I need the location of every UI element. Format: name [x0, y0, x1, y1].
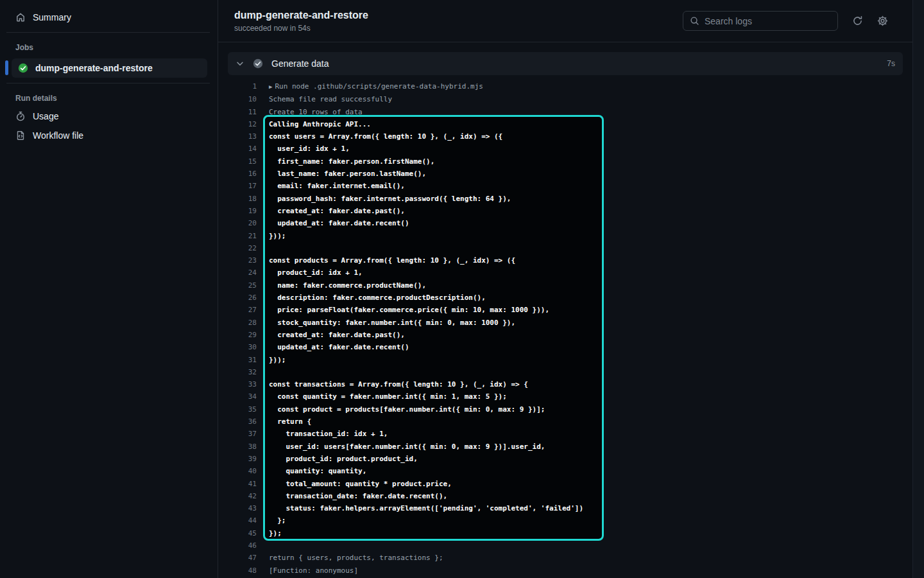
- log-line: 39 product_id: product.product_id,: [228, 453, 903, 465]
- log-line: 23const products = Array.from({ length: …: [228, 254, 903, 267]
- log-line: 12Calling Anthropic API...: [228, 118, 903, 130]
- log-line-number[interactable]: 25: [228, 279, 257, 292]
- log-line-text: last_name: faker.person.lastName(),: [257, 168, 426, 180]
- log-line-number[interactable]: 37: [228, 428, 257, 440]
- log-line: 16 last_name: faker.person.lastName(),: [228, 168, 903, 180]
- log-line-number[interactable]: 45: [228, 527, 257, 539]
- log-line: 37 transaction_id: idx + 1,: [228, 428, 903, 440]
- log-line-number[interactable]: 39: [228, 453, 257, 465]
- log-line-text: user_id: users[faker.number.int({ min: 0…: [257, 441, 545, 453]
- sidebar-item-summary[interactable]: Summary: [0, 8, 218, 27]
- log-line: 45});: [228, 527, 903, 539]
- log-body: 1▶Run node .github/scripts/generate-data…: [228, 75, 903, 578]
- log-line-number[interactable]: 28: [228, 317, 257, 329]
- log-line-number[interactable]: 31: [228, 354, 257, 366]
- home-icon: [15, 12, 26, 22]
- step-header-generate-data[interactable]: Generate data 7s: [228, 52, 903, 75]
- log-line-number[interactable]: 24: [228, 267, 257, 279]
- log-line-text: const quantity = faker.number.int({ min:…: [257, 390, 507, 403]
- chevron-down-icon[interactable]: [235, 59, 244, 68]
- log-line-text: transaction_date: faker.date.recent(),: [257, 490, 447, 502]
- settings-button[interactable]: [877, 15, 888, 26]
- log-line: 19 created_at: faker.date.past(),: [228, 205, 903, 217]
- log-line: 46: [228, 539, 903, 552]
- log-line-text: name: faker.commerce.productName(),: [257, 279, 426, 292]
- run-status-text: succeeded now in 54s: [234, 24, 368, 33]
- log-line: 29 created_at: faker.date.past(),: [228, 329, 903, 341]
- log-line: 21}));: [228, 230, 903, 242]
- log-lines: 1▶Run node .github/scripts/generate-data…: [228, 80, 903, 578]
- scrollbar-track[interactable]: [912, 0, 924, 578]
- sidebar-item-workflow-file[interactable]: Workflow file: [0, 126, 218, 145]
- log-line: 25 name: faker.commerce.productName(),: [228, 279, 903, 292]
- refresh-icon: [852, 15, 863, 26]
- log-line-number[interactable]: 22: [228, 242, 257, 254]
- sidebar: Summary Jobs dump-generate-and-restore R…: [0, 0, 218, 578]
- log-line-number[interactable]: 41: [228, 478, 257, 490]
- log-line: 11Create 10 rows of data: [228, 106, 903, 118]
- log-line-number[interactable]: 26: [228, 292, 257, 304]
- log-line-text: price: parseFloat(faker.commerce.price({…: [257, 304, 549, 316]
- log-line-number[interactable]: 19: [228, 205, 257, 217]
- log-line-number[interactable]: 36: [228, 416, 257, 428]
- log-line-text: [257, 366, 269, 378]
- log-line-number[interactable]: 40: [228, 465, 257, 477]
- log-line-number[interactable]: 17: [228, 180, 257, 192]
- log-line: 34 const quantity = faker.number.int({ m…: [228, 390, 903, 403]
- log-line-number[interactable]: 48: [228, 565, 257, 577]
- search-icon: [690, 16, 699, 26]
- search-input[interactable]: [705, 16, 831, 26]
- log-line-number[interactable]: 21: [228, 230, 257, 242]
- log-line-text: });: [257, 527, 282, 539]
- log-line-number[interactable]: 46: [228, 539, 257, 552]
- sidebar-divider: [6, 32, 210, 33]
- log-line-number[interactable]: 10: [228, 93, 257, 105]
- log-line-number[interactable]: 35: [228, 403, 257, 416]
- log-line-number[interactable]: 15: [228, 155, 257, 168]
- log-line-number[interactable]: 11: [228, 106, 257, 118]
- log-line-text: product_id: idx + 1,: [257, 267, 363, 279]
- log-line: 1▶Run node .github/scripts/generate-data…: [228, 80, 903, 93]
- log-line-text: const products = Array.from({ length: 10…: [257, 254, 515, 267]
- log-line-number[interactable]: 34: [228, 390, 257, 403]
- log-line: 10Schema file read successfully: [228, 93, 903, 105]
- log-line-number[interactable]: 42: [228, 490, 257, 502]
- sidebar-item-label: Workflow file: [33, 130, 83, 141]
- sidebar-item-usage[interactable]: Usage: [0, 107, 218, 126]
- log-line-number[interactable]: 12: [228, 118, 257, 130]
- log-line: 22: [228, 242, 903, 254]
- sidebar-item-job[interactable]: dump-generate-and-restore: [12, 58, 207, 78]
- log-line-number[interactable]: 43: [228, 502, 257, 514]
- log-line-number[interactable]: 47: [228, 552, 257, 564]
- refresh-button[interactable]: [852, 15, 863, 26]
- log-line-number[interactable]: 14: [228, 143, 257, 155]
- log-group-expand-icon[interactable]: ▶: [269, 83, 272, 90]
- log-line-text: };: [257, 514, 286, 527]
- log-line: 47return { users, products, transactions…: [228, 552, 903, 564]
- log-line-number[interactable]: 44: [228, 514, 257, 527]
- log-line-number[interactable]: 33: [228, 378, 257, 390]
- log-line-number[interactable]: 32: [228, 366, 257, 378]
- file-code-icon: [15, 130, 26, 141]
- log-line: 42 transaction_date: faker.date.recent()…: [228, 490, 903, 502]
- log-line-text: [257, 242, 269, 254]
- stopwatch-icon: [15, 111, 26, 121]
- log-line: 17 email: faker.internet.email(),: [228, 180, 903, 192]
- log-line-number[interactable]: 18: [228, 193, 257, 205]
- log-line: 28 stock_quantity: faker.number.int({ mi…: [228, 317, 903, 329]
- log-line-number[interactable]: 38: [228, 441, 257, 453]
- log-line-number[interactable]: 16: [228, 168, 257, 180]
- log-line: 14 user_id: idx + 1,: [228, 143, 903, 155]
- selected-indicator: [5, 60, 8, 75]
- log-line-number[interactable]: 30: [228, 341, 257, 353]
- log-line-number[interactable]: 29: [228, 329, 257, 341]
- log-line-number[interactable]: 1: [228, 80, 257, 93]
- log-line: 38 user_id: users[faker.number.int({ min…: [228, 441, 903, 453]
- log-line-number[interactable]: 13: [228, 130, 257, 143]
- search-logs-box[interactable]: [683, 11, 838, 31]
- log-line-number[interactable]: 23: [228, 254, 257, 267]
- log-line-text: updated_at: faker.date.recent(): [257, 341, 409, 353]
- log-line-text: [Function: anonymous]: [257, 565, 358, 577]
- log-line-number[interactable]: 20: [228, 217, 257, 229]
- log-line-number[interactable]: 27: [228, 304, 257, 316]
